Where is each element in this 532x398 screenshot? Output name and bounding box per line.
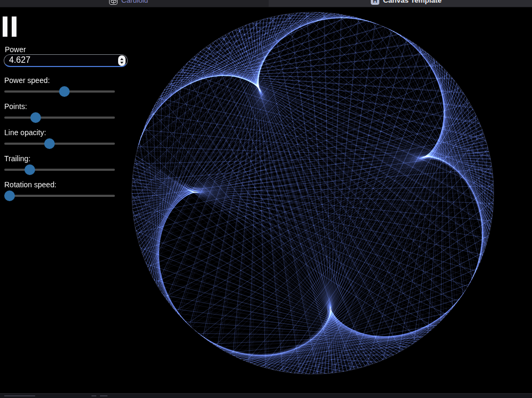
trailing-label: Trailing: bbox=[4, 154, 116, 163]
pause-icon bbox=[12, 16, 16, 37]
number-stepper[interactable] bbox=[118, 55, 126, 66]
bottom-bar-marks bbox=[100, 395, 107, 396]
rotation-speed-group: Rotation speed: bbox=[4, 180, 116, 201]
power-label: Power bbox=[5, 45, 26, 54]
tab-canvas-template[interactable]: H Canvas Template bbox=[269, 0, 532, 7]
line-opacity-label: Line opacity: bbox=[4, 128, 116, 137]
power-speed-label: Power speed: bbox=[4, 76, 116, 85]
pause-icon bbox=[3, 16, 7, 37]
slider-points[interactable] bbox=[4, 112, 115, 123]
points-label: Points: bbox=[4, 102, 116, 111]
power-speed-group: Power speed: bbox=[4, 76, 116, 97]
slider-trailing[interactable] bbox=[4, 164, 115, 175]
points-group: Points: bbox=[4, 102, 116, 123]
bottom-bar bbox=[0, 393, 532, 398]
app-window: Cardioid H Canvas Template Power Power s… bbox=[0, 0, 532, 398]
slider-line-opacity[interactable] bbox=[4, 138, 115, 149]
pause-button[interactable] bbox=[3, 16, 16, 37]
rotation-speed-label: Rotation speed: bbox=[4, 180, 116, 189]
stepper-up-icon bbox=[120, 58, 123, 60]
line-opacity-group: Line opacity: bbox=[4, 128, 116, 149]
slider-rotation-speed[interactable] bbox=[4, 190, 115, 201]
stepper-down-icon bbox=[120, 62, 123, 64]
bottom-bar-marks bbox=[92, 395, 96, 396]
slider-power-speed[interactable] bbox=[4, 86, 115, 97]
bottom-bar-marks bbox=[4, 395, 35, 396]
control-panel: Power Power speed: Points: Line opacity:… bbox=[0, 0, 131, 229]
power-input[interactable] bbox=[4, 54, 128, 67]
tab-label-canvas-template: Canvas Template bbox=[383, 0, 442, 5]
h-icon: H bbox=[371, 0, 379, 5]
trailing-group: Trailing: bbox=[4, 154, 116, 175]
power-input-wrap bbox=[4, 54, 128, 67]
